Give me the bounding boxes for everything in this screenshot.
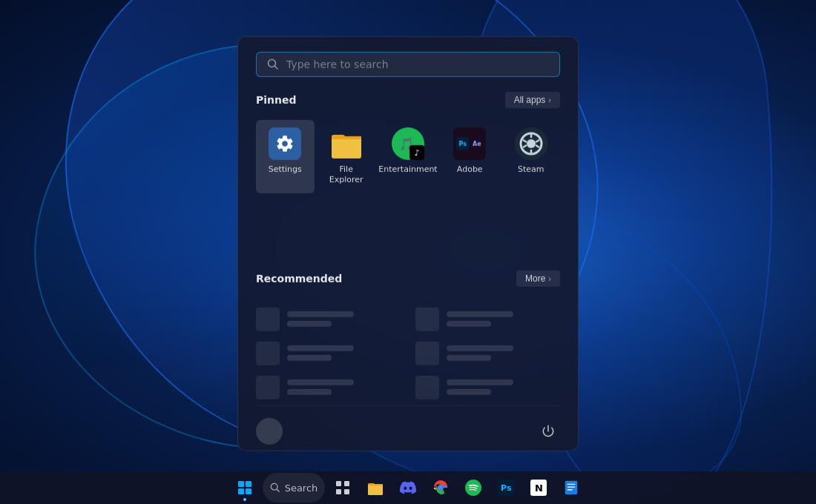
app-file-explorer[interactable]: File Explorer [317, 120, 376, 193]
more-label: More [525, 273, 545, 283]
taskbar-discord-icon [400, 480, 416, 496]
taskbar-search-label: Search [285, 483, 318, 494]
rec-column-left [256, 307, 401, 399]
taskbar-search-button[interactable]: Search [263, 473, 326, 503]
app-settings[interactable]: Settings [256, 120, 315, 193]
taskbar-photoshop[interactable]: Ps [491, 473, 521, 503]
svg-line-18 [277, 489, 279, 491]
file-explorer-icon [330, 127, 363, 160]
taskbar-start-button[interactable] [230, 473, 260, 503]
pinned-header: Pinned All apps › [256, 92, 560, 108]
svg-rect-30 [565, 481, 578, 494]
rec-item-1[interactable] [256, 307, 401, 331]
rec-line-1a [287, 311, 354, 317]
taskbar-file-explorer-icon [367, 480, 384, 496]
svg-rect-26 [368, 484, 383, 485]
taskbar-spotify[interactable] [458, 473, 488, 503]
taskbar-discord[interactable] [393, 473, 423, 503]
steam-label: Steam [518, 165, 544, 175]
taskbar-task-view[interactable] [328, 473, 358, 503]
search-icon [267, 59, 279, 70]
pinned-apps-grid: Settings File Explorer 🎵 [256, 120, 560, 193]
rec-line-1b [287, 321, 332, 327]
rec-line-2b [287, 355, 332, 361]
more-chevron-icon: › [548, 273, 551, 282]
taskbar-search-icon [270, 483, 280, 493]
rec-line-5a [447, 345, 513, 351]
user-area[interactable] [256, 417, 283, 444]
svg-rect-22 [344, 489, 349, 494]
settings-icon [269, 127, 301, 160]
task-view-icon [335, 480, 350, 495]
taskbar-file-explorer[interactable] [361, 473, 390, 503]
rec-text-1 [287, 311, 354, 327]
rec-text-3 [287, 379, 354, 395]
taskbar-notion-icon: N [530, 480, 547, 496]
recommended-grid [256, 298, 560, 399]
rec-item-6[interactable] [415, 375, 560, 399]
rec-line-5b [447, 355, 491, 361]
rec-line-4b [447, 321, 491, 327]
app-entertainment[interactable]: 🎵 ♪ Entertainment [378, 120, 438, 193]
rec-line-3b [287, 389, 332, 395]
search-bar[interactable]: Type here to search [256, 52, 560, 77]
all-apps-label: All apps [514, 95, 546, 105]
recommended-section: Recommended More › [256, 270, 560, 399]
taskbar-chrome[interactable] [426, 473, 455, 503]
more-button[interactable]: More › [516, 270, 560, 286]
taskbar-notepad-icon [563, 480, 579, 496]
svg-rect-19 [336, 481, 341, 486]
rec-item-5[interactable] [415, 341, 560, 365]
svg-point-10 [527, 139, 536, 148]
rec-icon-5 [415, 341, 439, 365]
taskbar-notion[interactable]: N [524, 473, 553, 503]
rec-text-2 [287, 345, 354, 361]
rec-item-2[interactable] [256, 341, 401, 365]
settings-label: Settings [269, 165, 302, 175]
rec-item-3[interactable] [256, 375, 401, 399]
steam-icon [515, 127, 547, 160]
taskbar-spotify-icon [465, 480, 481, 496]
taskbar-center: Search [230, 473, 587, 503]
rec-icon-4 [415, 307, 439, 331]
taskbar-chrome-icon [432, 480, 449, 496]
taskbar: Search [0, 471, 816, 504]
rec-icon-1 [256, 307, 280, 331]
windows-logo-icon [238, 481, 251, 494]
start-menu-bottom [256, 405, 560, 444]
adobe-label: Adobe [457, 165, 483, 175]
app-steam[interactable]: Steam [502, 120, 561, 193]
rec-column-right [415, 307, 560, 399]
user-avatar [256, 417, 283, 444]
svg-rect-5 [332, 136, 361, 139]
rec-icon-2 [256, 341, 280, 365]
svg-rect-4 [332, 138, 361, 157]
recommended-header: Recommended More › [256, 270, 560, 286]
svg-rect-25 [368, 485, 383, 494]
taskbar-notepad[interactable] [556, 473, 586, 503]
adobe-icon: Ps Ae [453, 127, 486, 160]
rec-line-3a [287, 379, 354, 385]
search-placeholder: Type here to search [286, 59, 389, 70]
rec-line-6b [447, 389, 491, 395]
rec-line-6a [447, 379, 513, 385]
power-button[interactable] [536, 419, 560, 442]
app-adobe[interactable]: Ps Ae Adobe [441, 120, 499, 193]
rec-item-4[interactable] [415, 307, 560, 331]
rec-line-2a [287, 345, 354, 351]
start-menu: Type here to search Pinned All apps › Se… [237, 36, 579, 451]
all-apps-button[interactable]: All apps › [505, 92, 560, 108]
rec-icon-6 [415, 375, 439, 399]
rec-text-4 [447, 311, 513, 327]
svg-point-28 [438, 485, 444, 490]
svg-line-1 [275, 66, 278, 69]
svg-rect-20 [344, 481, 349, 486]
entertainment-icon: 🎵 ♪ [392, 127, 424, 160]
file-explorer-label: File Explorer [323, 165, 370, 186]
rec-text-6 [447, 379, 513, 395]
svg-rect-21 [336, 489, 341, 494]
chevron-right-icon: › [548, 96, 551, 105]
rec-text-5 [447, 345, 513, 361]
rec-line-4a [447, 311, 513, 317]
taskbar-ps-icon: Ps [498, 480, 514, 496]
